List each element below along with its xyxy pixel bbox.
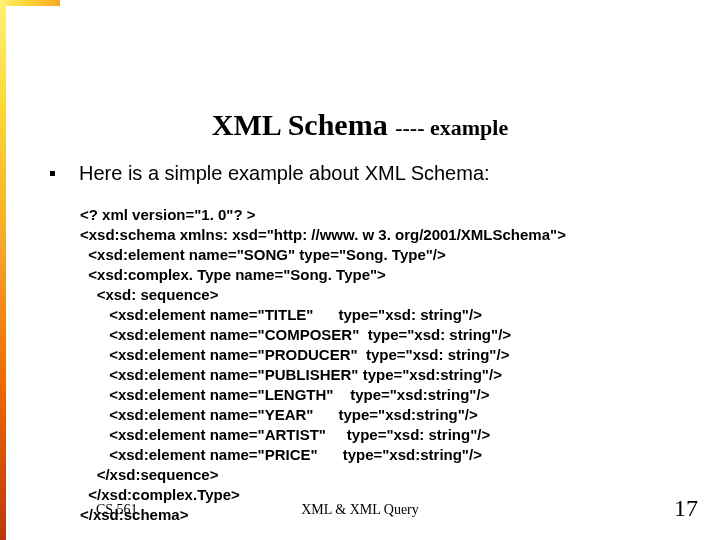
xml-code-block: <? xml version="1. 0"? > <xsd:schema xml… [80,205,660,525]
slide-title: XML Schema ---- example [0,108,720,142]
bullet-icon [50,171,55,176]
bullet-text: Here is a simple example about XML Schem… [79,162,490,184]
slide: XML Schema ---- example Here is a simple… [0,0,720,540]
top-accent-bar [0,0,60,6]
title-sub: ---- example [395,115,508,140]
title-main: XML Schema [212,108,395,141]
intro-bullet: Here is a simple example about XML Schem… [50,162,680,185]
slide-number: 17 [674,495,698,522]
footer-center: XML & XML Query [0,502,720,518]
left-accent-bar [0,0,6,540]
